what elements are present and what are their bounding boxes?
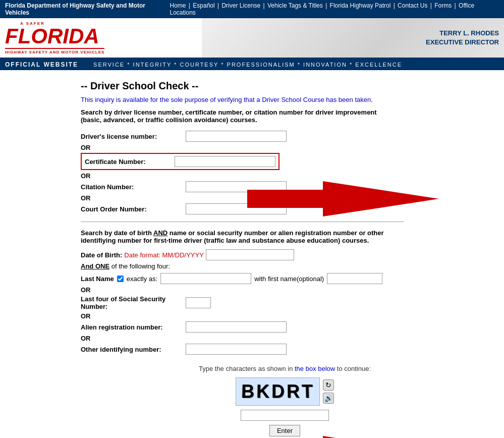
- certificate-row: Certificate Number:: [81, 153, 279, 170]
- ssn-input[interactable]: [186, 297, 211, 308]
- nav-espanol[interactable]: Español: [193, 2, 214, 9]
- certificate-input[interactable]: [175, 156, 275, 167]
- alien-input[interactable]: [186, 321, 287, 333]
- nav-vehicle-tags[interactable]: Vehicle Tags & Titles: [267, 2, 323, 9]
- court-order-label: Court Order Number:: [81, 205, 182, 213]
- driver-license-label: Driver's license number:: [81, 133, 182, 140]
- captcha-characters: BKDRT: [241, 381, 315, 402]
- lastname-row: Last Name exactly as: with first name(op…: [81, 273, 489, 284]
- section2-description: Search by date of birth AND name or soci…: [81, 229, 394, 244]
- exactly-as-label: exactly as:: [127, 275, 157, 283]
- lastname-label: Last Name: [81, 275, 114, 283]
- nav-highway-patrol[interactable]: Florida Highway Patrol: [330, 2, 391, 9]
- court-order-row: Court Order Number:: [81, 203, 489, 214]
- logo-florida: FLORIDA: [5, 26, 99, 47]
- alien-row: Alien registration number:: [81, 321, 489, 333]
- top-navigation: Florida Department of Highway Safety and…: [0, 0, 504, 18]
- description: Search by driver license number, certifi…: [81, 108, 383, 124]
- main-content: -- Driver School Check -- This inquiry i…: [0, 70, 504, 438]
- ssn-label: Last four of Social Security Number:: [81, 295, 182, 310]
- driver-license-row: Driver's license number:: [81, 131, 489, 142]
- captcha-icon-group: ↻ 🔊: [323, 379, 334, 404]
- nav-links: Home | Español | Driver License | Vehicl…: [170, 2, 499, 16]
- captcha-section: Type the characters as shown in the box …: [81, 365, 489, 436]
- lastname-checkbox[interactable]: [117, 276, 124, 282]
- other-input[interactable]: [186, 344, 287, 355]
- firstname-input[interactable]: [327, 273, 382, 284]
- captcha-image-box: BKDRT: [236, 377, 320, 406]
- nav-driver-license[interactable]: Driver License: [221, 2, 260, 9]
- enter-button[interactable]: Enter: [269, 425, 300, 436]
- logo-subtitle: HIGHWAY SAFETY AND MOTOR VEHICLES: [5, 48, 104, 54]
- other-row: Other identifying number:: [81, 344, 489, 355]
- official-label: OFFICIAL WEBSITE: [5, 61, 78, 68]
- dob-hint: Date format: MM/DD/YYYY: [124, 251, 203, 259]
- ssn-row: Last four of Social Security Number:: [81, 295, 489, 310]
- captcha-instructions: Type the characters as shown in the box …: [81, 365, 489, 372]
- nav-contact-us[interactable]: Contact Us: [398, 2, 427, 9]
- alien-label: Alien registration number:: [81, 323, 182, 331]
- captcha-audio-button[interactable]: 🔊: [323, 393, 334, 404]
- or-5: OR: [81, 312, 489, 320]
- captcha-box-link: the box below: [295, 365, 335, 372]
- official-bar: OFFICIAL WEBSITE SERVICE * INTEGRITY * C…: [0, 59, 504, 70]
- section-divider: [81, 222, 404, 222]
- or-1: OR: [81, 144, 489, 151]
- citation-row: Citation Number:: [81, 181, 489, 192]
- subtitle-blue: This inquiry is available for the sole p…: [81, 96, 489, 103]
- dob-label: Date of Birth:: [81, 251, 122, 259]
- site-title: Florida Department of Highway Safety and…: [5, 2, 170, 16]
- captcha-input[interactable]: [241, 410, 329, 421]
- lastname-input[interactable]: [160, 273, 251, 284]
- or-2: OR: [81, 172, 489, 180]
- nav-forms[interactable]: Forms: [434, 2, 452, 9]
- captcha-refresh-button[interactable]: ↻: [323, 379, 334, 391]
- or-6: OR: [81, 335, 489, 342]
- director-info: TERRY L. RHODES EXECUTIVE DIRECTOR: [426, 29, 499, 47]
- logo-area: A SAFER FLORIDA HIGHWAY SAFETY AND MOTOR…: [5, 21, 104, 54]
- or-4: OR: [81, 286, 489, 294]
- certificate-label: Certificate Number:: [85, 158, 171, 166]
- or-3: OR: [81, 194, 489, 202]
- logo-f: F: [5, 24, 18, 48]
- citation-input[interactable]: [186, 181, 287, 192]
- driver-license-input[interactable]: [186, 131, 287, 142]
- director-name: TERRY L. RHODES: [426, 29, 499, 38]
- and-one-label: And ONE of the following four:: [81, 262, 489, 270]
- other-label: Other identifying number:: [81, 346, 182, 353]
- director-title: EXECUTIVE DIRECTOR: [426, 38, 499, 47]
- firstname-label: with first name(optional): [254, 275, 324, 283]
- page-header: A SAFER FLORIDA HIGHWAY SAFETY AND MOTOR…: [0, 18, 504, 59]
- dob-input[interactable]: [206, 249, 294, 260]
- citation-label: Citation Number:: [81, 183, 182, 191]
- tagline: SERVICE * INTEGRITY * COURTESY * PROFESS…: [93, 62, 402, 68]
- court-order-input[interactable]: [186, 203, 287, 214]
- page-title: -- Driver School Check --: [81, 80, 489, 92]
- dob-row: Date of Birth: Date format: MM/DD/YYYY: [81, 249, 489, 260]
- nav-home[interactable]: Home: [170, 2, 186, 9]
